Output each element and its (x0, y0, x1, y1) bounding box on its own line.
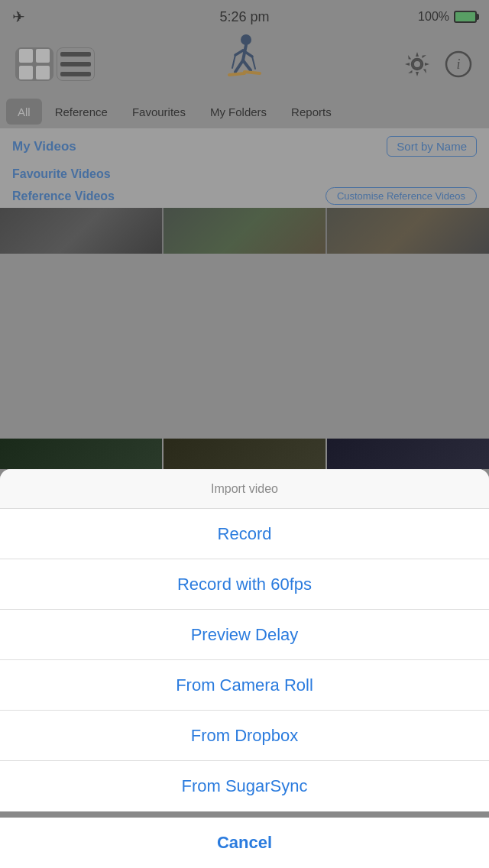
action-sheet-title: Import video (0, 469, 489, 509)
bottom-thumb-1 (0, 439, 162, 469)
action-record-60fps[interactable]: Record with 60fps (0, 559, 489, 610)
bottom-thumbnails (0, 439, 489, 469)
action-record[interactable]: Record (0, 509, 489, 559)
action-dropbox[interactable]: From Dropbox (0, 711, 489, 761)
action-sheet-main: Import video Record Record with 60fps Pr… (0, 469, 489, 811)
action-sheet: Import video Record Record with 60fps Pr… (0, 439, 489, 868)
action-preview-delay[interactable]: Preview Delay (0, 610, 489, 660)
bottom-thumb-2 (164, 439, 325, 469)
action-sugarsync[interactable]: From SugarSync (0, 761, 489, 811)
action-camera-roll[interactable]: From Camera Roll (0, 660, 489, 711)
bottom-thumb-3 (327, 439, 489, 469)
cancel-button[interactable]: Cancel (0, 818, 489, 868)
